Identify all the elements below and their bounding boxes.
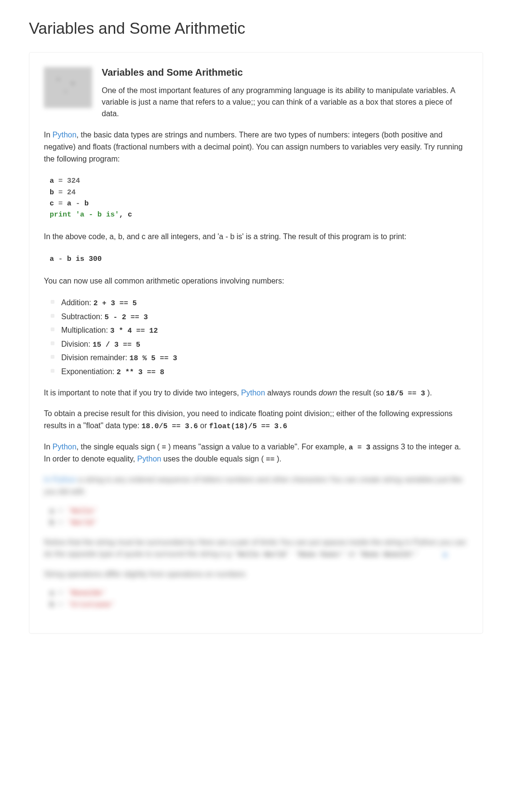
emphasis: down (319, 389, 337, 397)
section-intro: One of the most important features of an… (102, 85, 468, 120)
paragraph-datatypes: In Python, the basic data types are stri… (44, 129, 468, 165)
code-string: 'Ronaldo' (67, 589, 106, 597)
op-label: Multiplication: (61, 326, 110, 334)
code-var: c (50, 200, 54, 208)
text: or (346, 550, 357, 558)
code-var: a (50, 177, 54, 185)
python-link[interactable]: Python (53, 131, 77, 139)
code-op: = (54, 519, 67, 527)
code-block-output: a - b is 300 (44, 252, 468, 267)
text: the result (so (337, 389, 386, 397)
code-var: b (50, 189, 54, 197)
blurred-code: a = 'Hello' b = 'World' (44, 506, 468, 529)
text: , the basic data types are strings and n… (44, 131, 463, 163)
code-var: b (50, 601, 54, 609)
text: , the single equals sign ( (77, 443, 162, 451)
section-heading: Variables and Some Arithmetic (102, 67, 468, 78)
op-code: 2 ** 3 == 8 (117, 368, 164, 377)
paragraph-result: In the above code, a, b, and c are all i… (44, 231, 468, 243)
text: always rounds (265, 389, 319, 397)
code-block-assign: a = 324 b = 24 c = a - b print 'a - b is… (44, 174, 468, 222)
text: or (198, 421, 209, 430)
op-label: Division: (61, 340, 93, 348)
code-op: - (71, 200, 84, 208)
code-op: = (54, 200, 67, 208)
op-code: 3 * 4 == 12 (110, 327, 158, 335)
text: It is important to note that if you try … (44, 389, 241, 397)
op-label: Subtraction: (61, 312, 105, 321)
code-op: = (54, 507, 67, 515)
code-string: 'Hello' (67, 507, 97, 515)
inline-code: float(18)/5 == 3.6 (209, 422, 287, 431)
blurred-paragraph: String operations differ slightly from o… (44, 568, 468, 581)
code-string: 'World' (67, 519, 97, 527)
inline-code: == (266, 456, 274, 464)
page-title: Variables and Some Arithmetic (29, 19, 483, 38)
text: In (44, 443, 53, 451)
blurred-paragraph: In Python a string is any ordered sequen… (44, 474, 468, 498)
code-op: = (54, 177, 67, 185)
list-item: Multiplication: 3 * 4 == 12 (61, 324, 468, 338)
blurred-paragraph: Notice that the string must be surrounde… (44, 537, 468, 561)
code-op: = (54, 601, 67, 609)
code-var: a (50, 507, 54, 515)
code-var: b (50, 519, 54, 527)
blurred-code: a = 'Ronaldo' b = 'Cristiano' (44, 588, 468, 611)
scroll-up-icon[interactable]: ▲ (441, 548, 449, 560)
thumbnail-image (44, 67, 92, 108)
inline-code: 18/5 == 3 (386, 390, 425, 398)
paragraph-equals: In Python, the single equals sign ( = ) … (44, 441, 468, 466)
text: In (44, 131, 53, 139)
python-link[interactable]: Python (241, 389, 265, 397)
inline-code: a = 3 (349, 444, 370, 452)
list-item: Addition: 2 + 3 == 5 (61, 296, 468, 310)
list-item: Subtraction: 5 - 2 == 3 (61, 310, 468, 324)
python-link[interactable]: Python (137, 455, 162, 463)
list-item: Division remainder: 18 % 5 == 3 (61, 351, 468, 365)
content-card: Variables and Some Arithmetic One of the… (29, 52, 483, 634)
op-code: 5 - 2 == 3 (105, 313, 148, 322)
op-label: Addition: (61, 298, 94, 307)
code-num: 324 (67, 177, 80, 185)
paragraph-floatdiv: To obtain a precise result for this divi… (44, 408, 468, 432)
code-var: c (128, 211, 132, 219)
code-op: - (54, 255, 67, 263)
text: ). (425, 389, 432, 397)
op-label: Exponentiation: (61, 367, 117, 376)
code-string: 'a - b is' (71, 211, 119, 219)
code-var: a (50, 255, 54, 263)
op-code: 15 / 3 == 5 (93, 341, 140, 349)
inline-code: 18.0/5 == 3.6 (142, 422, 198, 431)
code-punct: , (119, 211, 128, 219)
op-label: Division remainder: (61, 353, 129, 362)
header-row: Variables and Some Arithmetic One of the… (44, 67, 468, 120)
code-text: b is 300 (67, 255, 102, 263)
python-link[interactable]: Python (53, 443, 77, 451)
code-num: 24 (67, 189, 76, 197)
code-op: = (54, 189, 67, 197)
text: ) means "assign a value to a variable". … (166, 443, 349, 451)
inline-code: 'Hello World' 'Hooo hooo!' (233, 551, 346, 559)
blurred-link: In Python (44, 475, 77, 484)
blurred-text: a string is any ordered sequence of lett… (44, 475, 462, 496)
text: uses the double equals sign ( (161, 455, 266, 463)
code-op: = (54, 589, 67, 597)
code-var: a (50, 589, 54, 597)
code-string: 'Cristiano' (67, 601, 115, 609)
op-code: 18 % 5 == 3 (129, 354, 177, 363)
operations-list: Addition: 2 + 3 == 5 Subtraction: 5 - 2 … (44, 296, 468, 379)
list-item: Exponentiation: 2 ** 3 == 8 (61, 365, 468, 379)
code-keyword: print (50, 211, 71, 219)
blurred-preview: In Python a string is any ordered sequen… (44, 474, 468, 611)
paragraph-ops-intro: You can now use all common arithmetic op… (44, 275, 468, 287)
inline-code: 'Hooo Wooold!' (357, 551, 418, 559)
inline-code: = (162, 444, 166, 452)
code-var: b (84, 200, 89, 208)
list-item: Division: 15 / 3 == 5 (61, 338, 468, 352)
paragraph-intdiv: It is important to note that if you try … (44, 387, 468, 399)
op-code: 2 + 3 == 5 (94, 299, 137, 308)
code-var: a (67, 200, 71, 208)
text: ). (274, 455, 281, 463)
